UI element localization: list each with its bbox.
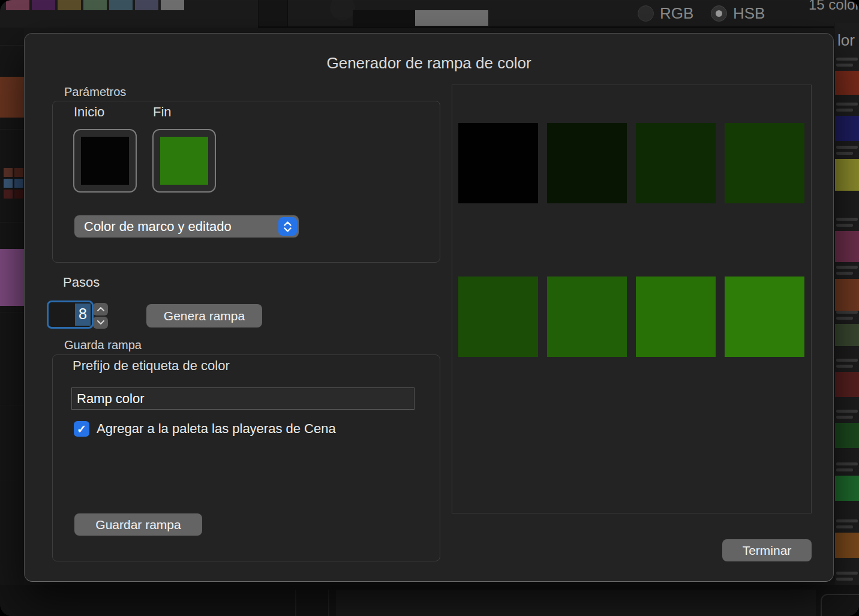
palette-list-swatch[interactable]	[835, 231, 859, 262]
slider-track-filled[interactable]	[353, 10, 415, 26]
palette-swatch[interactable]	[109, 0, 133, 10]
ramp-swatch	[458, 277, 538, 357]
bottom-corner-panel	[821, 594, 859, 616]
mini-swatch[interactable]	[4, 168, 13, 177]
panel-seam	[328, 590, 329, 616]
palette-item-text-lines	[836, 462, 858, 465]
ramp-swatch	[636, 123, 716, 203]
end-color-label: Fin	[153, 104, 172, 120]
mini-swatch[interactable]	[14, 190, 23, 199]
palette-item-text-lines	[836, 519, 858, 522]
palette-item-text-lines	[836, 224, 853, 227]
palette-item-text-lines	[836, 152, 853, 155]
left-swatch-purple[interactable]	[0, 249, 24, 306]
dialog-title: Generador de rampa de color	[25, 54, 833, 73]
prefix-input-value: Ramp color	[77, 391, 144, 407]
palette-list-swatch[interactable]	[835, 279, 859, 311]
palette-swatch[interactable]	[83, 0, 107, 10]
ramp-preview-grid	[458, 123, 804, 357]
palette-swatch[interactable]	[135, 0, 158, 10]
palette-item-text-lines	[836, 365, 853, 368]
slider-track[interactable]	[415, 10, 488, 26]
palette-item-text-lines	[836, 416, 853, 419]
palette-list-swatch[interactable]	[835, 372, 859, 397]
steps-label: Pasos	[63, 275, 100, 290]
strip-divider	[0, 222, 24, 223]
add-to-palette-label: Agregar a la paleta las playeras de Cena	[97, 421, 336, 437]
slider-knob[interactable]	[330, 0, 355, 20]
ramp-swatch	[725, 123, 804, 203]
rgb-radio-circle[interactable]	[638, 5, 654, 22]
right-palette-strip: lor	[834, 23, 859, 616]
right-panel-header-clipped: lor	[837, 31, 855, 50]
parameters-section-label: Parámetros	[64, 85, 126, 99]
steps-input[interactable]: 8	[47, 301, 94, 329]
add-to-palette-checkbox[interactable]: ✓	[74, 421, 89, 437]
panel-seam	[295, 590, 296, 616]
palette-item-text-lines	[836, 572, 858, 575]
mini-swatch[interactable]	[14, 179, 23, 188]
panel-divider	[258, 0, 288, 28]
start-color-swatch	[81, 137, 129, 185]
strip-divider	[0, 45, 24, 46]
finish-button[interactable]: Terminar	[722, 539, 812, 561]
palette-item-text-lines	[836, 468, 853, 471]
palette-list-swatch[interactable]	[835, 324, 859, 346]
color-mode-dropdown[interactable]: Color de marco y editado	[74, 215, 299, 238]
color-ramp-generator-dialog: Generador de rampa de color Parámetros I…	[24, 33, 834, 582]
palette-list-swatch[interactable]	[835, 159, 859, 191]
palette-swatch[interactable]	[32, 0, 55, 10]
ramp-swatch	[636, 277, 716, 357]
palette-item-text-lines	[836, 58, 858, 61]
hsb-radio-circle[interactable]	[711, 5, 727, 22]
ramp-swatch	[547, 277, 627, 357]
rgb-radio[interactable]: RGB	[638, 4, 693, 23]
palette-item-text-lines	[836, 359, 858, 362]
save-ramp-button[interactable]: Guardar rampa	[74, 513, 202, 536]
background-top-bar: RGB HSB 15 colores	[0, 0, 859, 28]
mini-swatch[interactable]	[14, 168, 23, 177]
palette-item-text-lines	[836, 103, 858, 106]
end-color-swatch	[160, 137, 208, 185]
palette-list-swatch[interactable]	[835, 533, 859, 558]
palette-item-text-lines	[836, 311, 858, 314]
hsb-radio[interactable]: HSB	[711, 4, 765, 23]
top-palette-row	[6, 0, 184, 10]
palette-list-swatch[interactable]	[835, 116, 859, 141]
add-to-palette-row[interactable]: ✓ Agregar a la paleta las playeras de Ce…	[74, 421, 336, 437]
mini-swatch[interactable]	[4, 179, 13, 188]
prefix-input[interactable]: Ramp color	[71, 387, 415, 410]
palette-swatch[interactable]	[161, 0, 184, 10]
palette-list-swatch[interactable]	[835, 423, 859, 448]
checkmark-icon: ✓	[77, 422, 86, 436]
palette-item-text-lines	[836, 266, 858, 269]
save-section-label: Guarda rampa	[64, 338, 142, 352]
steps-stepper	[93, 303, 108, 329]
palette-item-text-lines	[836, 525, 853, 528]
left-swatch-rust[interactable]	[0, 77, 24, 118]
palette-list-swatch[interactable]	[835, 476, 859, 501]
mini-swatch[interactable]	[4, 190, 13, 199]
top-divider	[258, 26, 859, 28]
palette-list-swatch[interactable]	[835, 71, 859, 95]
palette-item-text-lines	[836, 410, 858, 413]
left-palette-strip	[0, 28, 24, 585]
palette-item-text-lines	[836, 64, 853, 67]
palette-swatch[interactable]	[58, 0, 81, 10]
palette-item-text-lines	[836, 109, 853, 112]
ramp-preview-panel	[452, 85, 812, 513]
color-count-label: 15 colores	[809, 0, 859, 13]
strip-divider	[0, 129, 24, 130]
strip-divider	[0, 312, 24, 313]
background-bottom-bar	[0, 585, 859, 616]
ramp-swatch	[458, 123, 538, 203]
stepper-up-button[interactable]	[93, 303, 108, 315]
palette-swatch[interactable]	[6, 0, 29, 10]
start-color-well[interactable]	[73, 129, 137, 193]
generate-ramp-button[interactable]: Genera rampa	[146, 304, 262, 327]
steps-value: 8	[75, 304, 91, 326]
ramp-swatch	[725, 277, 804, 357]
end-color-well[interactable]	[152, 129, 216, 193]
start-color-label: Inicio	[74, 104, 104, 120]
stepper-down-button[interactable]	[93, 317, 108, 329]
